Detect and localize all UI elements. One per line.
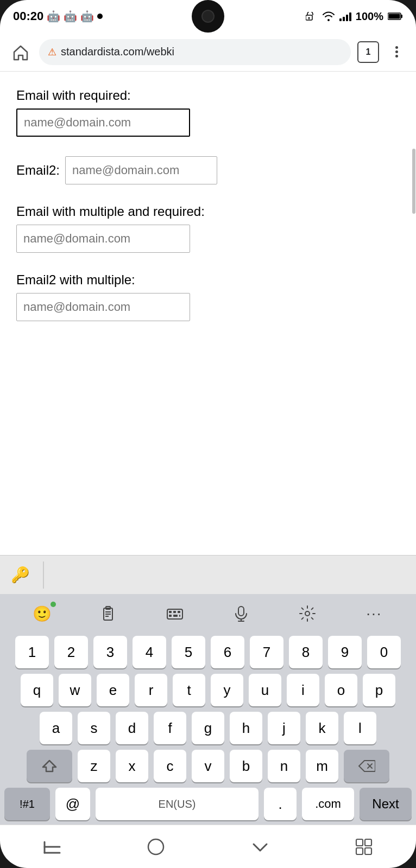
field1-input[interactable] xyxy=(16,108,190,137)
svg-rect-15 xyxy=(169,615,172,617)
svg-rect-29 xyxy=(365,839,371,846)
at-key[interactable]: @ xyxy=(55,788,90,820)
status-right: 100% xyxy=(306,10,403,23)
key-5[interactable]: 5 xyxy=(172,636,205,668)
key-d[interactable]: d xyxy=(116,712,148,744)
key-j[interactable]: j xyxy=(268,712,300,744)
browser-bar: ⚠ standardista.com/webki 1 xyxy=(0,33,416,72)
nav-back-button[interactable] xyxy=(30,831,74,863)
key-n[interactable]: n xyxy=(268,750,300,782)
battery-icon xyxy=(388,12,403,21)
clipboard-button[interactable] xyxy=(91,598,125,629)
key-h[interactable]: h xyxy=(230,712,262,744)
battery-level: 100% xyxy=(356,10,383,23)
nav-down-button[interactable] xyxy=(238,831,282,863)
key-r[interactable]: r xyxy=(135,674,167,706)
settings-icon xyxy=(299,605,316,622)
key-8[interactable]: 8 xyxy=(289,636,323,668)
key-e[interactable]: e xyxy=(97,674,129,706)
form-section-1: Email with required: xyxy=(16,88,400,137)
keyboard-switch-button[interactable] xyxy=(157,598,192,629)
next-label: Next xyxy=(372,796,399,812)
tab-count-button[interactable]: 1 xyxy=(357,41,379,63)
backspace-key[interactable] xyxy=(344,750,389,782)
key-b[interactable]: b xyxy=(230,750,262,782)
key-y[interactable]: y xyxy=(211,674,243,706)
vpn-divider xyxy=(43,561,44,589)
microphone-icon xyxy=(232,605,250,622)
nav-down-icon xyxy=(250,839,270,855)
nav-grid-icon xyxy=(355,838,373,856)
key-7[interactable]: 7 xyxy=(250,636,283,668)
svg-rect-2 xyxy=(308,18,309,20)
field3-input[interactable] xyxy=(16,225,190,253)
key-l[interactable]: l xyxy=(344,712,376,744)
key-m[interactable]: m xyxy=(306,750,338,782)
keyboard-switch-icon xyxy=(166,605,184,622)
svg-rect-5 xyxy=(401,15,402,18)
phone-frame: 00:20 🤖 🤖 🤖 xyxy=(0,0,416,868)
home-button[interactable] xyxy=(9,40,33,64)
address-bar[interactable]: ⚠ standardista.com/webki xyxy=(39,39,351,65)
key-a[interactable]: a xyxy=(40,712,72,744)
key-2[interactable]: 2 xyxy=(54,636,88,668)
next-key[interactable]: Next xyxy=(360,788,412,820)
space-key[interactable]: EN(US) xyxy=(96,788,259,820)
camera-notch xyxy=(192,0,224,33)
key-u[interactable]: u xyxy=(249,674,281,706)
scrollbar-track xyxy=(412,143,416,490)
shift-icon xyxy=(42,758,57,774)
svg-rect-17 xyxy=(179,615,180,617)
field2-input[interactable] xyxy=(65,156,217,184)
nav-grid-button[interactable] xyxy=(342,831,386,863)
key-f[interactable]: f xyxy=(154,712,186,744)
nav-home-button[interactable] xyxy=(134,831,178,863)
key-v[interactable]: v xyxy=(192,750,224,782)
key-1[interactable]: 1 xyxy=(15,636,49,668)
time: 00:20 xyxy=(13,9,43,23)
emoji-icon: 🙂 xyxy=(33,605,52,623)
more-keyboard-button[interactable]: ··· xyxy=(357,598,392,629)
key-w[interactable]: w xyxy=(59,674,91,706)
keyboard-row-numbers: 1 2 3 4 5 6 7 8 9 0 xyxy=(0,633,416,671)
key-i[interactable]: i xyxy=(287,674,319,706)
key-6[interactable]: 6 xyxy=(211,636,244,668)
key-4[interactable]: 4 xyxy=(133,636,166,668)
key-o[interactable]: o xyxy=(325,674,357,706)
dot-key[interactable]: . xyxy=(264,788,297,820)
camera-lens xyxy=(201,10,215,23)
field2-label: Email2: xyxy=(16,163,60,178)
dotcom-key[interactable]: .com xyxy=(302,788,354,820)
key-k[interactable]: k xyxy=(306,712,338,744)
keyboard-row-bottom: !#1 @ EN(US) . .com Next xyxy=(0,785,416,825)
emoji-button[interactable]: 🙂 xyxy=(24,598,59,629)
shift-key[interactable] xyxy=(27,750,72,782)
key-x[interactable]: x xyxy=(116,750,148,782)
emoji-badge xyxy=(51,602,56,607)
form-section-2: Email2: xyxy=(16,156,400,184)
status-bar: 00:20 🤖 🤖 🤖 xyxy=(0,0,416,33)
key-3[interactable]: 3 xyxy=(93,636,127,668)
key-p[interactable]: p xyxy=(363,674,395,706)
microphone-button[interactable] xyxy=(224,598,259,629)
key-c[interactable]: c xyxy=(154,750,186,782)
svg-rect-14 xyxy=(178,611,180,613)
field4-input[interactable] xyxy=(16,293,190,321)
key-9[interactable]: 9 xyxy=(328,636,362,668)
key-z[interactable]: z xyxy=(78,750,110,782)
key-t[interactable]: t xyxy=(173,674,205,706)
key-q[interactable]: q xyxy=(21,674,53,706)
key-s[interactable]: s xyxy=(78,712,110,744)
space-label: EN(US) xyxy=(159,798,196,810)
svg-rect-16 xyxy=(173,615,178,617)
svg-rect-30 xyxy=(356,848,363,854)
settings-button[interactable] xyxy=(290,598,325,629)
more-options-button[interactable] xyxy=(386,41,407,63)
scrollbar-thumb[interactable] xyxy=(412,149,415,214)
backspace-icon xyxy=(358,760,375,773)
svg-rect-27 xyxy=(148,839,163,854)
key-g[interactable]: g xyxy=(192,712,224,744)
special-chars-key[interactable]: !#1 xyxy=(4,788,50,820)
status-left: 00:20 🤖 🤖 🤖 xyxy=(13,9,103,23)
key-0[interactable]: 0 xyxy=(367,636,401,668)
